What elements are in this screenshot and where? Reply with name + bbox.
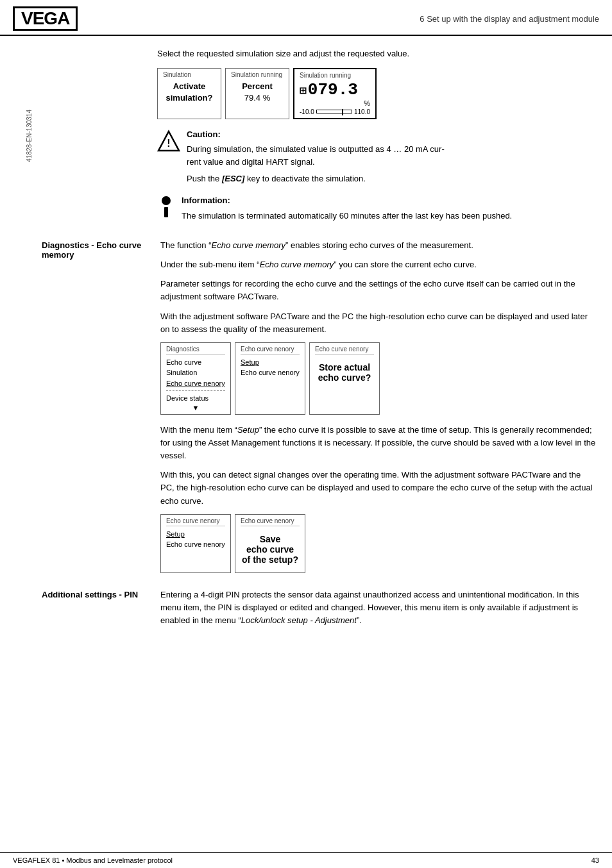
diag-menu-5: Echo curve nenory Saveecho curveof the s… [235, 514, 305, 573]
page-header: VEGA 6 Set up with the display and adjus… [0, 0, 612, 36]
diag-menu-2-item1: Setup [241, 357, 300, 368]
display-value: 079.3 [308, 80, 358, 99]
sim-box-1-title: Sinulation [163, 71, 216, 78]
sim-display-box: Sinulation running ⊞ 079.3 % -10.0 110.0 [293, 68, 377, 119]
sim-box-1-content: Activate simulation? [163, 81, 216, 104]
info-block: Information: The simulation is terminate… [157, 194, 596, 222]
footer-left: VEGAFLEX 81 • Modbus and Levelmaster pro… [13, 856, 173, 864]
svg-point-2 [162, 196, 171, 205]
svg-text:!: ! [167, 138, 170, 149]
diag-menu-4-item2: Echo curve nenory [166, 539, 225, 550]
diag-menu-1-arrow: ▼ [166, 404, 225, 412]
diag-menu-1-item1: Echo curve [166, 357, 225, 368]
gauge-max: 110.0 [354, 108, 370, 115]
diag-menu-4-title: Echo curve nenory [166, 517, 225, 526]
display-gauge: -10.0 110.0 [300, 108, 370, 115]
sim-percent-label: Percent [231, 81, 284, 92]
display-plus-sign: ⊞ [300, 83, 307, 97]
diag-menu-5-title: Echo curve nenory [241, 517, 300, 526]
gauge-min: -10.0 [300, 108, 314, 115]
caution-esc-post: key to deactivate the simulation. [244, 174, 366, 183]
sim-percent-value: 79.4 % [231, 92, 284, 104]
caution-esc-line: Push the [ESC] key to deactivate the sim… [187, 172, 596, 185]
svg-rect-3 [164, 207, 168, 217]
additional-text: Entering a 4-digit PIN protects the sens… [160, 588, 596, 627]
caution-heading: Caution: [187, 128, 596, 141]
diag-menu-1: Diagnostics Echo curve Sinulation Echo c… [160, 342, 231, 415]
diag-menu-4: Echo curve nenory Setup Echo curve nenor… [160, 514, 231, 573]
diag-menu-4-item1: Setup [166, 529, 225, 540]
sim-activate-line1: Activate [163, 81, 216, 92]
intro-text: Select the requested simulation size and… [157, 47, 596, 60]
info-body: The simulation is terminated automatical… [182, 210, 596, 222]
diag-menu-1-title: Diagnostics [166, 346, 225, 355]
diagnostics-content: The function “Echo curve memory” enables… [160, 239, 612, 582]
diag-menu-1-item4: Device status [166, 393, 225, 404]
sim-box-2-content: Percent 79.4 % [231, 81, 284, 104]
caution-icon: ! [157, 129, 180, 153]
caution-text: Caution: During simulation, the simulate… [187, 128, 596, 186]
chapter-title: 6 Set up with the display and adjustment… [420, 14, 599, 24]
logo: VEGA [13, 6, 78, 31]
display-unit: % [300, 99, 370, 107]
caution-esc-pre: Push the [187, 174, 222, 183]
diag-menu-boxes-2: Echo curve nenory Setup Echo curve nenor… [160, 514, 596, 573]
diag-para2: Under the sub-menu item “Echo curve memo… [160, 258, 596, 271]
caution-line2: rent value and digital HART signal. [187, 157, 315, 167]
info-text: Information: The simulation is terminate… [182, 194, 596, 222]
diag-menu-3-title: Echo curve nenory [315, 346, 374, 355]
esc-key: [ESC] [222, 174, 244, 183]
diag-para5: With the menu item “Setup” the echo curv… [160, 424, 596, 462]
sim-box-1: Sinulation Activate simulation? [157, 68, 221, 119]
caution-line1: During simulation, the simulated value i… [187, 144, 445, 154]
info-icon [157, 196, 175, 219]
diag-para1: The function “Echo curve memory” enables… [160, 239, 596, 252]
caution-block: ! Caution: During simulation, the simula… [157, 128, 596, 186]
diag-menu-1-item2: Sinulation [166, 367, 225, 378]
sim-box-2: Sinulation running Percent 79.4 % [225, 68, 289, 119]
sim-box-2-title: Sinulation running [231, 71, 284, 78]
info-heading: Information: [182, 194, 596, 207]
diag-menu-2: Echo curve nenory Setup Echo curve nenor… [235, 342, 305, 415]
diag-menu-2-title: Echo curve nenory [241, 346, 300, 355]
page-footer: VEGAFLEX 81 • Modbus and Levelmaster pro… [0, 852, 612, 868]
caution-body: During simulation, the simulated value i… [187, 143, 596, 169]
diag-para3: Parameter settings for recording the ech… [160, 278, 596, 303]
simulation-boxes: Sinulation Activate simulation? Sinulati… [157, 68, 596, 119]
diag-menu-3-content: Store actualecho curve? [315, 357, 374, 388]
diag-menu-2-item2: Echo curve nenory [241, 367, 300, 378]
diag-para4: With the adjustment software PACTware an… [160, 310, 596, 336]
additional-label: Additional settings - PIN [42, 588, 160, 633]
sidebar-text: 41828-EN-130314 [26, 110, 33, 162]
diagnostics-label: Diagnostics - Echo curve memory [42, 239, 160, 582]
diag-para6: With this, you can detect signal changes… [160, 469, 596, 507]
diag-menu-1-item3: Echo curve nenory [166, 378, 225, 389]
diag-menu-1-dashes [166, 390, 225, 391]
diag-menu-5-content: Saveecho curveof the setup? [241, 529, 300, 570]
diag-menu-boxes-1: Diagnostics Echo curve Sinulation Echo c… [160, 342, 596, 415]
additional-content: Entering a 4-digit PIN protects the sens… [160, 588, 612, 633]
sim-activate-line2: simulation? [163, 92, 216, 104]
sim-display-title: Sinulation running [300, 72, 370, 79]
footer-right: 43 [591, 856, 599, 864]
diag-menu-3: Echo curve nenory Store actualecho curve… [309, 342, 380, 415]
